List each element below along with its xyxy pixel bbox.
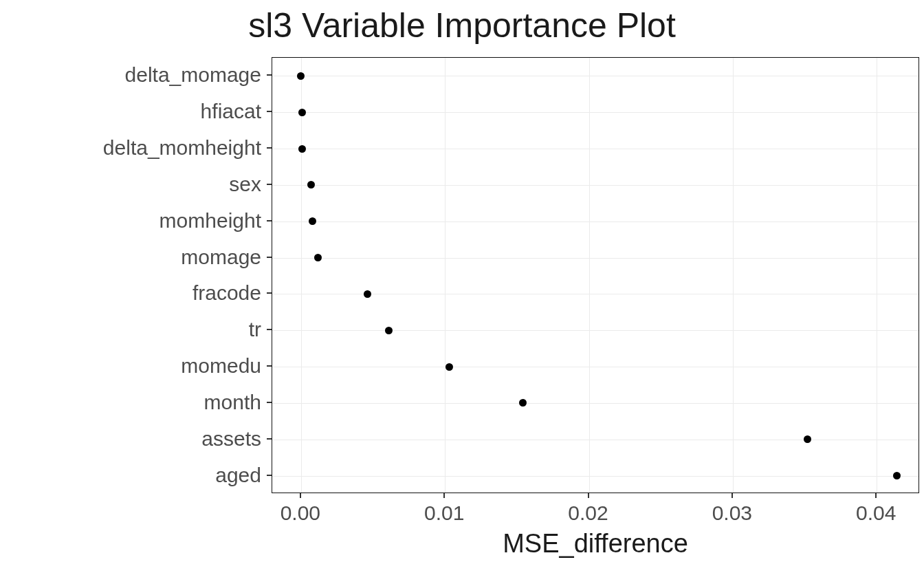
y-tick-label: aged: [215, 464, 261, 487]
y-tick: [267, 74, 272, 76]
y-tick: [267, 292, 272, 294]
y-tick-label: sex: [229, 173, 261, 196]
y-tick-label: tr: [249, 318, 261, 341]
y-tick: [267, 365, 272, 367]
y-tick: [267, 438, 272, 440]
gridline-horizontal: [272, 76, 918, 76]
x-tick: [732, 493, 733, 498]
gridline-horizontal: [272, 476, 918, 477]
gridline-vertical: [733, 58, 734, 493]
data-point: [314, 254, 322, 261]
y-tick-label: assets: [201, 427, 261, 451]
x-tick: [588, 493, 589, 498]
x-tick-label: 0.03: [712, 501, 752, 525]
gridline-horizontal: [272, 221, 918, 222]
y-tick-label: momage: [181, 246, 261, 269]
gridline-horizontal: [272, 258, 918, 259]
chart-title: sl3 Variable Importance Plot: [0, 6, 924, 45]
x-tick-label: 0.00: [280, 501, 320, 525]
y-tick-label: delta_momage: [125, 63, 261, 87]
y-tick: [267, 257, 272, 258]
x-axis-label: MSE_difference: [503, 529, 688, 559]
y-tick: [267, 111, 272, 112]
y-tick-label: momheight: [160, 209, 261, 233]
data-point: [298, 109, 306, 116]
gridline-vertical: [445, 58, 446, 493]
x-tick-label: 0.04: [856, 501, 896, 525]
y-tick: [267, 184, 272, 185]
y-tick-label: delta_momheight: [103, 136, 261, 160]
data-point: [298, 145, 306, 153]
gridline-horizontal: [272, 149, 918, 149]
y-tick: [267, 402, 272, 403]
y-tick: [267, 329, 272, 330]
y-tick-label: hfiacat: [201, 100, 261, 123]
y-tick: [267, 475, 272, 476]
gridline-horizontal: [272, 185, 918, 186]
gridline-vertical: [589, 58, 590, 493]
gridline-horizontal: [272, 112, 918, 113]
variable-importance-chart: sl3 Variable Importance Plot delta_momag…: [0, 0, 924, 573]
plot-panel: [272, 57, 919, 493]
x-tick: [443, 493, 445, 498]
y-tick-label: month: [204, 391, 261, 414]
y-tick-label: fracode: [192, 281, 261, 305]
data-point: [309, 217, 316, 225]
x-tick: [300, 493, 301, 498]
data-point: [519, 399, 527, 407]
gridline-horizontal: [272, 367, 918, 367]
gridline-horizontal: [272, 403, 918, 404]
y-tick-label: momedu: [181, 354, 261, 378]
y-tick: [267, 147, 272, 149]
data-point: [804, 435, 811, 443]
data-point: [446, 363, 453, 371]
data-point: [297, 72, 305, 80]
gridline-horizontal: [272, 330, 918, 331]
y-tick: [267, 220, 272, 221]
data-point: [893, 472, 901, 479]
x-tick: [875, 493, 877, 498]
data-point: [364, 290, 371, 298]
data-point: [385, 327, 393, 334]
x-tick-label: 0.02: [568, 501, 608, 525]
data-point: [307, 181, 315, 188]
gridline-vertical: [301, 58, 302, 493]
x-tick-label: 0.01: [424, 501, 464, 525]
gridline-vertical: [877, 58, 877, 493]
gridline-horizontal: [272, 440, 918, 440]
